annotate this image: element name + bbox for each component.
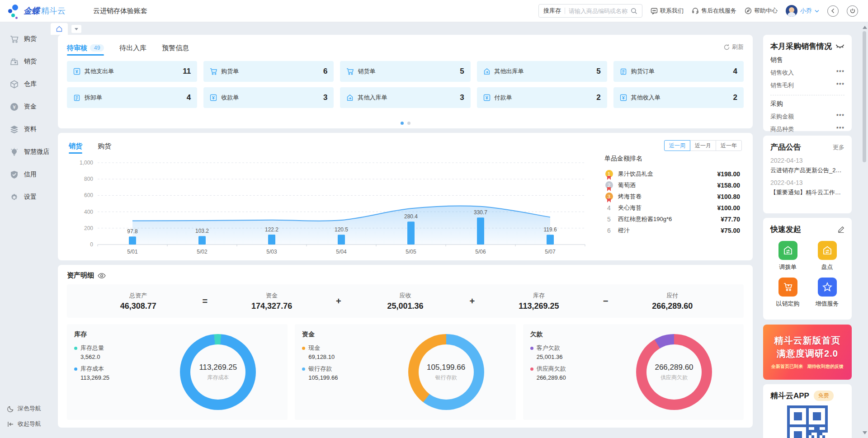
- divider: [565, 8, 565, 14]
- ranking-row[interactable]: 2 葡萄酒 ¥158.00: [604, 179, 740, 191]
- more-link[interactable]: 更多: [833, 143, 844, 151]
- tab-dropdown-button[interactable]: [71, 25, 81, 33]
- sidebar-item-data[interactable]: 资料: [0, 118, 51, 141]
- quick-action-value-added[interactable]: 增值服务: [816, 278, 839, 308]
- scroll-up-arrow[interactable]: [863, 26, 867, 29]
- dark-nav-label: 深色导航: [18, 405, 41, 413]
- survey-banner[interactable]: 精斗云新版首页 满意度调研2.0 全新首页已到来 期待收到您的反馈: [763, 325, 852, 380]
- range-week-button[interactable]: 近一周: [664, 140, 690, 151]
- contact-us-link[interactable]: 联系我们: [651, 7, 684, 15]
- svg-text:1,000: 1,000: [80, 160, 93, 166]
- pending-card-other-income[interactable]: 其他收入单 2: [613, 87, 744, 108]
- collapse-nav-toggle[interactable]: 收起导航: [0, 416, 51, 432]
- eye-icon[interactable]: [98, 273, 106, 278]
- svg-text:5/04: 5/04: [336, 249, 347, 255]
- search-input[interactable]: [569, 8, 631, 14]
- help-center-label: 帮助中心: [754, 7, 778, 15]
- range-year-button[interactable]: 近一年: [716, 140, 742, 151]
- sales-trend-chart: 02004006008001,0005/015/025/035/045/055/…: [69, 156, 593, 258]
- svg-text:103.2: 103.2: [195, 228, 209, 234]
- svg-text:120.5: 120.5: [335, 226, 348, 233]
- scroll-down-arrow[interactable]: [863, 431, 867, 434]
- ranking-row[interactable]: 4 夹心海苔 ¥100.00: [604, 202, 740, 213]
- pending-card-sales-order[interactable]: 销货单 5: [340, 61, 470, 82]
- carousel-dot-1[interactable]: [401, 122, 404, 125]
- scrollbar-thumb[interactable]: [863, 31, 866, 162]
- date-range-segment: 近一周 近一月 近一年: [664, 140, 742, 151]
- search-scope-label[interactable]: 搜库存: [543, 7, 561, 15]
- tab-alerts[interactable]: 预警信息: [162, 41, 189, 55]
- ranking-number: 6: [604, 227, 613, 234]
- sidebar-item-credit[interactable]: 信用: [0, 163, 51, 186]
- tab-pending-inout[interactable]: 待出入库: [119, 41, 146, 55]
- sidebar-item-purchase[interactable]: 购货: [0, 28, 51, 50]
- pending-card-payment[interactable]: 付款单 2: [477, 87, 607, 108]
- ranking-row[interactable]: 3 烤海苔卷 ¥100.80: [604, 191, 740, 202]
- debt-donut-chart: 266,289.60 供应商欠款: [636, 334, 712, 410]
- pending-card-label: 销货单: [358, 67, 375, 75]
- pending-card-receipt[interactable]: 收款单 3: [203, 87, 334, 108]
- tab-pending-approval[interactable]: 待审核 49: [67, 41, 104, 55]
- ranking-item-name: 果汁饮品礼盒: [618, 170, 717, 178]
- pending-card-other-expense[interactable]: 其他支出单 11: [67, 61, 197, 82]
- pending-card-count: 11: [183, 67, 191, 76]
- eye-closed-icon[interactable]: [835, 44, 844, 49]
- inventory-donut-chart: 113,269.25 库存成本: [180, 334, 256, 410]
- tab-sales-trend[interactable]: 销货: [69, 139, 82, 153]
- range-month-button[interactable]: 近一月: [690, 140, 716, 151]
- edit-pencil-icon[interactable]: [838, 226, 844, 233]
- banner-line3-right: 期待收到您的反馈: [807, 363, 844, 370]
- ranking-row[interactable]: 1 果汁饮品礼盒 ¥198.00: [604, 168, 740, 179]
- ranking-item-name: 橙汁: [618, 226, 721, 235]
- announcement-date: 2022-04-13: [770, 157, 844, 164]
- search-icon[interactable]: [631, 8, 637, 14]
- pending-card-label: 付款单: [495, 94, 512, 102]
- carousel-dot-2[interactable]: [407, 122, 410, 125]
- announcement-link[interactable]: 【重要通知】精斗云工作台域...: [770, 188, 844, 197]
- announcement-link[interactable]: 云进销存产品更新公告_20220...: [770, 166, 844, 174]
- pending-card-purchase-request[interactable]: 购货订单 4: [613, 61, 744, 82]
- pending-card-label: 购货单: [221, 67, 239, 75]
- banner-line2: 满意度调研2.0: [777, 348, 838, 360]
- dark-nav-toggle[interactable]: 深色导航: [0, 401, 51, 416]
- user-menu[interactable]: 小乔: [786, 5, 819, 17]
- ranking-row[interactable]: 6 橙汁 ¥75.00: [604, 225, 740, 236]
- svg-text:119.6: 119.6: [543, 226, 557, 233]
- sidebar-label: 资料: [24, 125, 37, 133]
- inventory-search-box[interactable]: 搜库存: [538, 4, 642, 18]
- refresh-button[interactable]: 刷新: [724, 43, 744, 51]
- kingdee-logo[interactable]: 金蝶 精斗云: [8, 4, 76, 18]
- pending-card-count: 5: [596, 67, 600, 76]
- pending-card-label: 购货订单: [631, 67, 655, 75]
- sidebar-item-funds[interactable]: ¥ 资金: [0, 95, 51, 118]
- sidebar-item-sales[interactable]: 销货: [0, 50, 51, 73]
- home-tab[interactable]: [51, 23, 68, 35]
- quick-action-stocktake[interactable]: 盘点: [818, 241, 837, 271]
- page-scrollbar: [862, 25, 867, 435]
- logout-power-button[interactable]: [847, 5, 858, 17]
- pending-card-purchase-order[interactable]: 购货单 6: [203, 61, 334, 82]
- help-center-link[interactable]: 帮助中心: [745, 7, 778, 15]
- sidebar-item-settings[interactable]: 设置: [0, 186, 51, 208]
- quick-action-label: 调拨单: [779, 263, 797, 271]
- ranking-row[interactable]: 5 西红柿意粉酱190g*6 ¥77.70: [604, 213, 740, 225]
- chevron-down-icon: [815, 9, 819, 13]
- pending-card-other-inbound[interactable]: 其他入库单 3: [340, 87, 470, 108]
- after-sales-link[interactable]: 售后在线服务: [692, 7, 736, 15]
- pending-card-label: 拆卸单: [85, 94, 102, 102]
- sidebar-item-smart-store[interactable]: 智慧微店: [0, 141, 51, 163]
- quick-action-transfer[interactable]: 调拨单: [778, 241, 797, 271]
- layers-icon: [10, 125, 19, 134]
- operator-minus: −: [592, 296, 619, 306]
- sidebar-item-warehouse[interactable]: 仓库: [0, 73, 51, 95]
- sidebar-label: 设置: [24, 193, 37, 201]
- pending-card-count: 5: [460, 67, 464, 76]
- ranking-number: 5: [604, 216, 613, 223]
- trend-section: 销货 购货 近一周 近一月 近一年 02004006008001,0005/01…: [58, 133, 753, 260]
- pending-card-disassembly[interactable]: 拆卸单 4: [67, 87, 197, 108]
- tab-purchase-trend[interactable]: 购货: [98, 139, 111, 153]
- account-title: 云进销存体验账套: [93, 7, 147, 15]
- pending-card-other-outbound[interactable]: 其他出库单 5: [477, 61, 607, 82]
- quick-action-purchase-by-sales[interactable]: 以销定购: [776, 278, 800, 308]
- back-button[interactable]: [827, 5, 839, 17]
